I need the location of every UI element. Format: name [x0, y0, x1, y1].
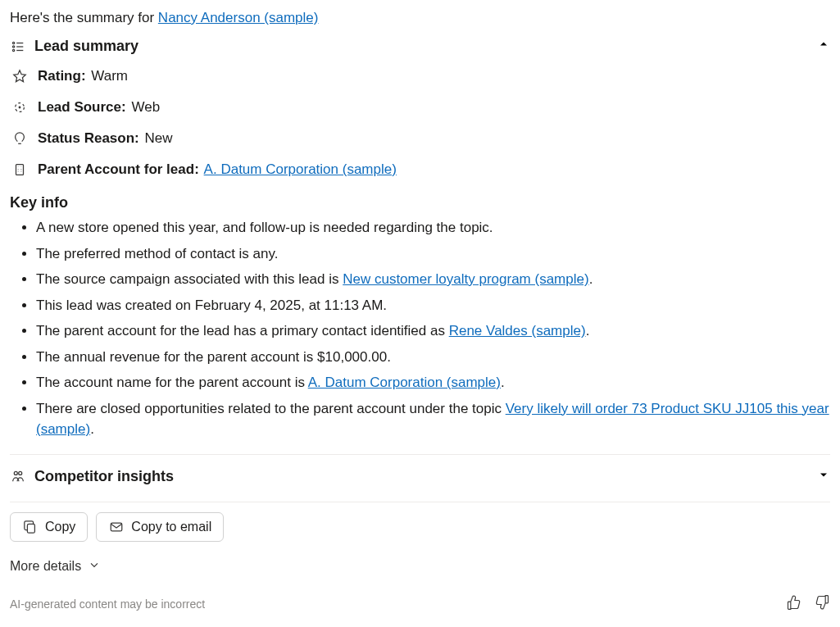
copy-icon — [22, 519, 39, 535]
intro-prefix: Here's the summary for — [10, 10, 158, 25]
list-icon — [10, 39, 26, 55]
lead-summary-title: Lead summary — [34, 38, 138, 55]
account-name-link[interactable]: A. Datum Corporation (sample) — [308, 375, 501, 390]
footer-row: AI-generated content may be incorrect — [10, 594, 830, 614]
star-icon — [11, 68, 28, 84]
status-reason-row: Status Reason New — [10, 125, 830, 157]
chevron-down-icon — [88, 558, 101, 575]
chevron-down-icon[interactable] — [817, 468, 830, 485]
competitor-insights-header[interactable]: Competitor insights — [10, 465, 830, 492]
svg-point-4 — [12, 49, 14, 51]
lead-source-label: Lead Source — [38, 99, 126, 115]
lightbulb-icon — [11, 130, 28, 147]
svg-point-17 — [14, 471, 17, 475]
svg-point-0 — [12, 42, 14, 43]
building-icon — [11, 161, 28, 178]
intro-line: Here's the summary for Nancy Anderson (s… — [10, 10, 830, 26]
svg-rect-10 — [16, 165, 24, 175]
copy-button[interactable]: Copy — [10, 512, 88, 542]
key-info-item: This lead was created on February 4, 202… — [36, 293, 830, 319]
action-buttons: Copy Copy to email — [10, 512, 830, 542]
svg-rect-20 — [111, 523, 123, 531]
key-info-item: The account name for the parent account … — [36, 370, 830, 396]
key-info-title: Key info — [10, 194, 830, 211]
key-info-item: The parent account for the lead has a pr… — [36, 318, 830, 344]
key-info-item: The preferred method of contact is any. — [36, 241, 830, 267]
copy-to-email-button[interactable]: Copy to email — [96, 512, 224, 542]
status-reason-label: Status Reason — [38, 130, 139, 146]
feedback-controls — [786, 594, 830, 614]
chevron-up-icon[interactable] — [817, 38, 830, 55]
rating-value: Warm — [91, 68, 128, 84]
intro-contact-link[interactable]: Nancy Anderson (sample) — [158, 10, 319, 25]
key-info-item: The annual revenue for the parent accoun… — [36, 344, 830, 370]
competitor-icon — [10, 468, 26, 484]
ai-disclaimer: AI-generated content may be incorrect — [10, 597, 205, 611]
target-icon — [11, 99, 28, 116]
lead-summary-header[interactable]: Lead summary — [10, 33, 830, 63]
parent-account-link[interactable]: A. Datum Corporation (sample) — [204, 161, 397, 177]
divider — [10, 454, 830, 455]
campaign-link[interactable]: New customer loyalty program (sample) — [343, 271, 588, 287]
key-info-item: The source campaign associated with this… — [36, 266, 830, 293]
parent-account-row: Parent Account for lead A. Datum Corpora… — [10, 157, 830, 188]
svg-point-2 — [12, 45, 14, 47]
more-details-toggle[interactable]: More details — [10, 558, 101, 575]
divider — [10, 502, 830, 502]
parent-account-label: Parent Account for lead — [38, 161, 199, 177]
key-info-item: A new store opened this year, and follow… — [36, 215, 830, 241]
more-details-label: More details — [10, 559, 81, 574]
lead-source-value: Web — [131, 99, 160, 115]
thumbs-down-button[interactable] — [814, 594, 830, 614]
copy-label: Copy — [45, 520, 75, 534]
key-info-item: There are closed opportunities related t… — [36, 396, 830, 443]
key-info-list: A new store opened this year, and follow… — [10, 215, 830, 443]
status-reason-value: New — [145, 130, 173, 146]
rating-label: Rating — [38, 68, 86, 84]
primary-contact-link[interactable]: Rene Valdes (sample) — [449, 323, 586, 338]
lead-source-row: Lead Source Web — [10, 94, 830, 125]
rating-row: Rating Warm — [10, 63, 830, 94]
svg-point-8 — [19, 107, 21, 109]
svg-point-18 — [19, 471, 22, 475]
svg-rect-19 — [27, 524, 34, 533]
competitor-insights-title: Competitor insights — [34, 468, 174, 485]
mail-icon — [108, 519, 125, 535]
svg-marker-6 — [14, 70, 25, 82]
copy-to-email-label: Copy to email — [131, 520, 211, 534]
thumbs-up-button[interactable] — [786, 594, 802, 614]
